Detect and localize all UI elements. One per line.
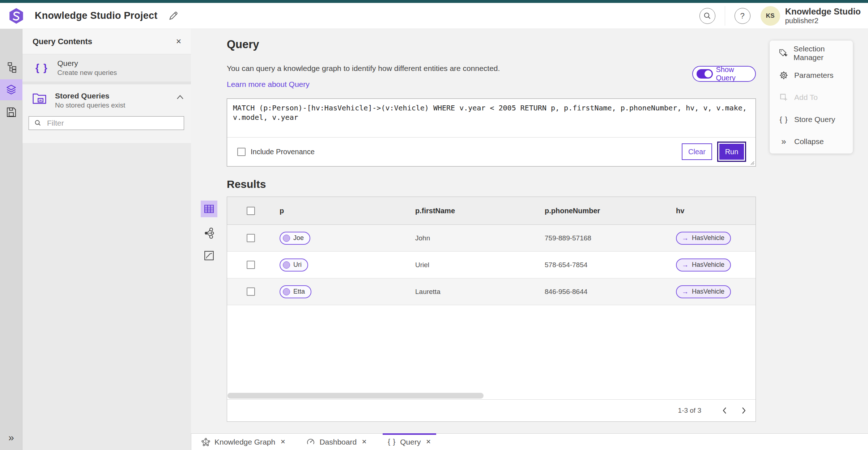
table-row[interactable]: Etta Lauretta 846-956-8644 → HasVehicle [227,278,756,305]
node-pill[interactable]: Joe [280,232,310,245]
parameters-gear-icon [778,71,789,80]
arrow-right-icon: → [682,234,689,242]
stored-queries-header[interactable]: Stored Queries No stored queries exist [32,92,184,109]
collapse-section-button[interactable] [176,94,184,101]
node-cell: Joe [275,232,406,245]
results-view-toolbar [201,201,217,264]
clear-button[interactable]: Clear [682,143,712,160]
query-text-editor[interactable]: MATCH (p:Person)-[hv:HasVehicle]->(v:Veh… [227,99,756,138]
store-query-button[interactable]: { } Store Query [770,108,853,130]
node-pill[interactable]: Etta [280,285,311,298]
horizontal-scrollbar[interactable] [227,393,484,399]
stored-queries-folder-icon [32,92,47,105]
rail-item-model[interactable] [0,59,22,75]
collapse-glyph: » [781,137,786,146]
edge-label: HasVehicle [692,288,724,295]
edge-cell: → HasVehicle [667,258,756,272]
firstname-cell: John [406,234,536,242]
column-header-phonenumber[interactable]: p.phoneNumber [536,207,667,215]
query-item-title: Query [58,59,117,68]
show-query-toggle[interactable]: Show Query [692,66,756,82]
arrow-right-icon: → [682,288,689,296]
resize-handle-icon[interactable] [750,160,755,165]
select-all-checkbox[interactable] [247,207,255,215]
tab-dashboard[interactable]: Dashboard ✕ [300,434,373,450]
close-tab-button[interactable]: ✕ [426,438,431,446]
row-checkbox[interactable] [247,287,255,296]
edit-title-button[interactable] [167,9,180,22]
chart-view-button[interactable] [201,248,217,264]
column-header-hv[interactable]: hv [667,207,756,215]
column-header-firstname[interactable]: p.firstName [406,207,536,215]
row-checkbox-cell [227,261,275,269]
column-header-p[interactable]: p [275,207,406,215]
rail-item-save[interactable] [0,104,22,120]
help-button[interactable]: ? [735,8,750,24]
edge-cell: → HasVehicle [667,232,756,245]
close-panel-button[interactable]: ✕ [174,36,184,47]
page-title: Knowledge Studio Project [35,10,157,21]
phonenumber-cell: 759-889-57168 [536,234,667,242]
close-icon: ✕ [362,438,367,445]
pagination-range: 1-3 of 3 [678,407,701,415]
node-pill[interactable]: Uri [280,258,308,272]
app-header: Knowledge Studio Project ? KS Kn [0,3,868,29]
graph-view-button[interactable] [201,225,217,241]
close-icon: ✕ [426,438,431,445]
table-row[interactable]: Uri Uriel 578-654-7854 → HasVehicle [227,252,756,278]
node-cell: Uri [275,258,406,272]
row-checkbox[interactable] [247,261,255,269]
add-to-button[interactable]: Add To [770,86,853,108]
search-button[interactable] [699,8,715,24]
tab-knowledge-graph[interactable]: Knowledge Graph ✕ [195,434,292,450]
rail-item-queries-selected[interactable] [0,79,22,100]
table-view-button[interactable] [201,201,217,217]
learn-more-link[interactable]: Learn more about Query [227,80,310,89]
edge-cell: → HasVehicle [667,285,756,298]
arrow-right-icon: → [682,261,689,269]
tab-label: Query [400,438,421,446]
edge-pill[interactable]: → HasVehicle [676,285,731,298]
tab-query-active[interactable]: { } Query ✕ [381,434,437,450]
panel-item-query[interactable]: { } Query Create new queries [22,54,191,84]
row-checkbox[interactable] [247,234,255,242]
query-item-subtitle: Create new queries [58,69,117,77]
query-editor-panel: MATCH (p:Person)-[hv:HasVehicle]->(v:Veh… [227,98,756,167]
results-table: p p.firstName p.phoneNumber hv Joe John … [227,197,756,422]
row-checkbox-cell [227,234,275,242]
collapse-panel-button[interactable]: » Collapse [770,130,853,152]
header-checkbox-cell [227,207,275,215]
layers-icon [5,84,17,96]
include-provenance-checkbox[interactable] [237,148,246,156]
store-query-label: Store Query [794,115,835,124]
header-actions: ? KS Knowledge Studio publisher2 [699,6,862,26]
braces-icon: { } [35,62,48,73]
node-circle-icon [283,261,290,269]
edit-pencil-icon [168,10,179,21]
chevron-left-icon [721,407,728,415]
panel-title: Query Contents [33,37,92,46]
edge-pill[interactable]: → HasVehicle [676,232,731,245]
filter-input[interactable] [47,119,170,127]
selection-manager-icon [778,49,788,58]
table-row[interactable]: Joe John 759-889-57168 → HasVehicle [227,225,756,252]
search-icon [703,12,712,20]
phonenumber-cell: 846-956-8644 [536,288,667,296]
query-editor-footer: Include Provenance Clear Run [227,138,756,166]
filter-search-icon [34,119,42,127]
previous-page-button[interactable] [718,404,731,417]
next-page-button[interactable] [737,404,750,417]
save-icon [6,107,17,118]
phonenumber-cell: 578-654-7854 [536,261,667,269]
store-query-icon: { } [778,115,789,124]
avatar[interactable]: KS [761,6,780,26]
close-tab-button[interactable]: ✕ [280,438,285,446]
selection-manager-button[interactable]: Selection Manager [770,42,853,64]
parameters-button[interactable]: Parameters [770,64,853,86]
rail-expand-button[interactable]: » [0,432,22,443]
chevron-up-icon [176,94,184,100]
edge-pill[interactable]: → HasVehicle [676,258,731,272]
close-tab-button[interactable]: ✕ [362,438,367,446]
run-button[interactable]: Run [717,142,746,162]
filter-field[interactable] [29,116,184,130]
